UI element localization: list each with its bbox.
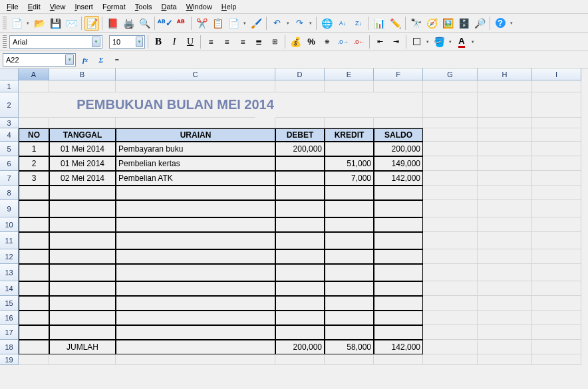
row-header[interactable]: 16: [0, 311, 19, 325]
cell[interactable]: [478, 80, 532, 92]
cell[interactable]: [423, 92, 478, 118]
cell[interactable]: [19, 186, 49, 200]
add-decimal-icon[interactable]: .0→: [336, 35, 351, 49]
print-preview-icon[interactable]: 🔍: [137, 16, 152, 31]
cell[interactable]: [19, 354, 49, 365]
mail-icon[interactable]: ✉️: [64, 16, 78, 31]
cell[interactable]: [325, 354, 374, 365]
cell[interactable]: [19, 264, 49, 281]
remove-decimal-icon[interactable]: .0←: [352, 35, 367, 49]
redo-dropdown[interactable]: ▾: [308, 21, 313, 26]
cell[interactable]: [49, 249, 116, 264]
cell[interactable]: 01 Mei 2014: [49, 142, 116, 156]
cell[interactable]: [19, 217, 49, 232]
cell[interactable]: [374, 281, 423, 296]
cell[interactable]: [325, 118, 374, 128]
hyperlink-icon[interactable]: 🌐: [319, 16, 334, 31]
cell[interactable]: [275, 311, 325, 325]
cell[interactable]: [116, 232, 275, 249]
cell[interactable]: [478, 217, 532, 232]
cell[interactable]: [116, 186, 275, 200]
cell[interactable]: DEBET: [275, 128, 325, 142]
align-left-icon[interactable]: ≡: [204, 35, 218, 49]
help-dropdown[interactable]: ▾: [509, 21, 514, 26]
cell[interactable]: 200,000: [275, 340, 325, 354]
cell[interactable]: [275, 186, 325, 200]
cell[interactable]: [423, 142, 478, 156]
open-icon[interactable]: 📂: [32, 16, 47, 31]
toolbar-grip[interactable]: [3, 35, 7, 49]
column-header[interactable]: D: [275, 68, 325, 80]
cell[interactable]: [423, 232, 478, 249]
cell[interactable]: [374, 118, 423, 128]
cell[interactable]: [374, 186, 423, 200]
row-header[interactable]: 6: [0, 156, 19, 171]
cell[interactable]: 02 Mei 2014: [49, 171, 116, 186]
cell[interactable]: [275, 156, 325, 171]
chevron-down-icon[interactable]: ▼: [65, 55, 74, 65]
cell[interactable]: [275, 118, 325, 128]
cell[interactable]: [49, 311, 116, 325]
cell[interactable]: [19, 311, 49, 325]
cell[interactable]: [19, 232, 49, 249]
borders-dropdown[interactable]: ▾: [425, 39, 430, 45]
cell[interactable]: KREDIT: [325, 128, 374, 142]
menu-data[interactable]: Data: [157, 1, 180, 12]
cell[interactable]: [423, 325, 478, 340]
cell[interactable]: [423, 156, 478, 171]
cell[interactable]: [478, 92, 532, 118]
cell[interactable]: [275, 200, 325, 217]
cell[interactable]: [275, 296, 325, 311]
cell-reference-combo[interactable]: A22 ▼: [3, 53, 76, 66]
chevron-down-icon[interactable]: ▼: [92, 37, 100, 47]
cell[interactable]: [532, 217, 581, 232]
row-header[interactable]: 9: [0, 200, 19, 217]
chevron-down-icon[interactable]: ▼: [136, 37, 143, 47]
bold-icon[interactable]: B: [151, 35, 166, 49]
edit-file-icon[interactable]: 📝: [84, 16, 99, 31]
cell[interactable]: 1: [19, 142, 49, 156]
cell[interactable]: [478, 200, 532, 217]
cell[interactable]: [116, 325, 275, 340]
cell[interactable]: [116, 217, 275, 232]
row-header[interactable]: 7: [0, 171, 19, 186]
menu-insert[interactable]: Insert: [71, 1, 97, 12]
print-icon[interactable]: 🖨️: [121, 16, 136, 31]
cell[interactable]: [275, 354, 325, 365]
italic-icon[interactable]: I: [167, 35, 182, 49]
column-header[interactable]: I: [532, 68, 581, 80]
cell[interactable]: [423, 249, 478, 264]
cell[interactable]: [374, 249, 423, 264]
cell[interactable]: 7,000: [325, 171, 374, 186]
show-draw-icon[interactable]: ✏️: [388, 16, 402, 31]
cell[interactable]: [49, 200, 116, 217]
align-right-icon[interactable]: ≡: [235, 35, 250, 49]
cell[interactable]: [532, 249, 581, 264]
cell[interactable]: 3: [19, 171, 49, 186]
menu-file[interactable]: File: [3, 1, 23, 12]
cell[interactable]: [478, 156, 532, 171]
cell[interactable]: [19, 80, 49, 92]
cell[interactable]: [532, 118, 581, 128]
cell[interactable]: [275, 171, 325, 186]
cell[interactable]: [275, 232, 325, 249]
cell[interactable]: [19, 340, 49, 354]
cell[interactable]: [325, 80, 374, 92]
cell[interactable]: [325, 325, 374, 340]
chart-icon[interactable]: 📊: [372, 16, 386, 31]
cell[interactable]: [325, 92, 374, 118]
cell[interactable]: [423, 354, 478, 365]
cell[interactable]: [423, 80, 478, 92]
row-header[interactable]: 17: [0, 325, 19, 340]
row-header[interactable]: 18: [0, 340, 19, 354]
cell[interactable]: [532, 232, 581, 249]
undo-icon[interactable]: ↶: [269, 16, 284, 31]
font-size-input[interactable]: 10: [112, 38, 136, 46]
cell[interactable]: [116, 340, 275, 354]
cell[interactable]: 51,000: [325, 156, 374, 171]
cell[interactable]: 142,000: [374, 171, 423, 186]
cell[interactable]: [275, 281, 325, 296]
spellcheck-icon[interactable]: ᴬᴮ✓: [158, 16, 172, 31]
row-header[interactable]: 11: [0, 232, 19, 249]
cell[interactable]: [423, 186, 478, 200]
